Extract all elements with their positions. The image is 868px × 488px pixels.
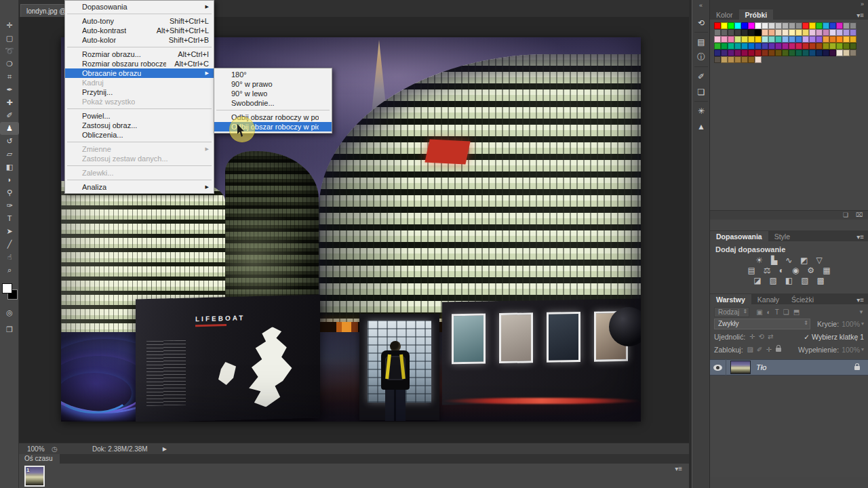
color-swatch[interactable] [714,22,721,29]
gradient-tool[interactable]: ◧ [0,161,19,174]
color-swatch[interactable] [809,49,816,56]
threshold-icon[interactable]: ◧ [785,277,793,285]
new-swatch-icon[interactable]: ❏ [843,211,848,218]
histogram-panel-icon[interactable]: ▲ [692,119,710,134]
color-swatch[interactable] [809,22,816,29]
levels-icon[interactable]: ▙ [771,256,777,265]
color-swatch[interactable] [782,49,789,56]
layers-panel-menu-icon[interactable] [852,296,868,304]
color-swatch[interactable] [829,29,836,36]
color-swatch[interactable] [843,22,850,29]
tab-style[interactable]: Style [768,231,796,241]
color-swatch[interactable] [714,43,721,49]
color-swatch[interactable] [782,36,789,43]
timeline-tab[interactable]: Oś czasu [19,454,60,464]
swatches-panel-menu-icon[interactable] [852,11,868,20]
tab-warstwy[interactable]: Warstwy [710,294,751,304]
color-swatch[interactable] [816,36,823,43]
panel-icon[interactable] [692,30,710,34]
color-swatch[interactable] [734,56,741,63]
color-swatch[interactable] [721,22,728,29]
swatches-panel-icon[interactable]: ▤ [692,34,710,49]
styles-panel-icon[interactable]: ✳ [692,103,710,119]
color-swatch[interactable] [802,29,809,36]
color-swatch[interactable] [843,49,850,56]
color-swatch[interactable] [809,29,816,36]
color-swatch[interactable] [768,29,775,36]
adjustments-panel-menu-icon[interactable] [852,232,868,241]
color-swatch[interactable] [836,43,843,49]
color-swatch[interactable] [741,22,748,29]
menu-item[interactable]: Auto-kolor Shift+Ctrl+B ▶ [65,35,214,45]
hand-tool[interactable]: ☝ [0,251,19,264]
color-swatch[interactable] [850,36,856,43]
quick-selection-tool[interactable]: ❍ [0,58,19,70]
timeline-panel-menu-icon[interactable] [675,465,682,472]
layer-filter-kind-select[interactable]: Rodzaj [714,307,749,317]
color-swatch[interactable] [789,49,795,56]
marquee-tool[interactable]: ▢ [0,32,19,45]
history-panel-icon[interactable]: ⟲ [692,15,710,30]
dodge-tool[interactable]: ⚲ [0,186,19,199]
color-swatch[interactable] [762,49,768,56]
timeline-frame-1[interactable]: 1 [24,466,45,487]
quick-mask-button[interactable]: ◎ [0,308,19,317]
color-swatch[interactable] [721,36,728,43]
fill-dropdown-icon[interactable]: ▾ [861,346,864,352]
color-swatch[interactable] [755,56,762,63]
color-swatch[interactable] [843,29,850,36]
color-swatch[interactable] [816,49,823,56]
color-swatch[interactable] [829,36,836,43]
status-menu-arrow[interactable] [163,446,167,452]
menu-item[interactable]: Obracanie obrazu ▶ [65,68,214,78]
menu-item[interactable]: Auto-kontrast Alt+Shift+Ctrl+L ▶ [65,26,214,35]
menu-item[interactable]: ▶ [65,45,214,49]
color-swatch[interactable] [789,22,795,29]
color-swatch[interactable] [836,29,843,36]
color-swatch[interactable] [802,36,809,43]
channel-mixer-icon[interactable]: ⚙ [807,266,814,275]
submenu-item[interactable] [214,108,332,113]
lasso-tool[interactable]: ➰ [0,45,19,58]
color-balance-icon[interactable]: ⚖ [764,266,771,275]
color-swatch[interactable] [734,22,741,29]
select-frame-checkbox[interactable]: Wybierz klatkę 1 [804,333,864,341]
color-swatch[interactable] [816,43,823,49]
submenu-item[interactable]: Swobodnie... [214,98,332,108]
color-swatch[interactable] [741,49,748,56]
color-swatch[interactable] [721,29,728,36]
panel-icon[interactable] [692,100,710,103]
menu-item[interactable]: Przytnij... ▶ [65,87,214,97]
color-swatch[interactable] [741,36,748,43]
color-swatch[interactable] [816,29,823,36]
filter-adjustment-icon[interactable]: ◐ [767,308,771,316]
color-swatch[interactable] [823,29,829,36]
color-swatch[interactable] [741,43,748,49]
menu-item[interactable]: Zastosuj obraz... ▶ [65,121,214,130]
color-swatch[interactable] [782,29,789,36]
color-swatch[interactable] [802,22,809,29]
type-tool[interactable]: T [0,212,19,225]
vibrance-icon[interactable]: ▽ [816,256,823,265]
color-swatch[interactable] [789,29,795,36]
color-swatch[interactable] [823,22,829,29]
menu-item[interactable]: Zalewki... ▶ [65,168,214,178]
color-swatch[interactable] [816,22,823,29]
color-swatch[interactable] [768,43,775,49]
color-swatch[interactable] [741,29,748,36]
color-swatch[interactable] [714,36,721,43]
tab-sciezki[interactable]: Ścieżki [785,294,820,304]
layer-thumbnail[interactable] [730,361,751,374]
menu-item[interactable]: ▶ [65,163,214,168]
color-swatch[interactable] [775,29,782,36]
menu-item[interactable]: ▶ [65,178,214,182]
selective-color-icon[interactable]: ▧ [801,277,808,285]
color-swatch[interactable] [734,36,741,43]
color-swatch[interactable] [829,22,836,29]
color-swatch[interactable] [721,49,728,56]
menu-item[interactable]: Rozmiar obrazu... Alt+Ctrl+I ▶ [65,49,214,59]
menu-item[interactable]: Auto-tony Shift+Ctrl+L ▶ [65,16,214,26]
color-swatch[interactable] [734,49,741,56]
color-swatch[interactable] [836,49,843,56]
color-swatch[interactable] [748,43,755,49]
